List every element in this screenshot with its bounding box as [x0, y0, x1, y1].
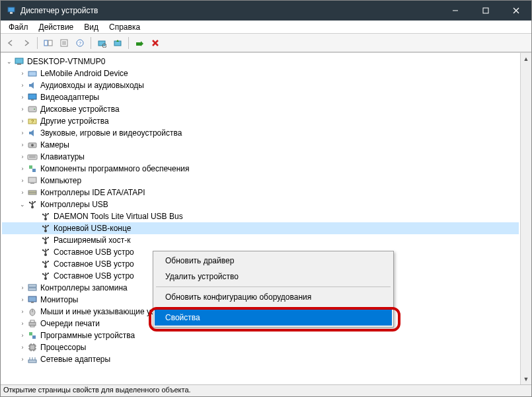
- expander-icon[interactable]: ›: [18, 81, 27, 90]
- menubar: Файл Действие Вид Справка: [1, 21, 531, 34]
- expander-icon[interactable]: ›: [18, 93, 27, 102]
- toolbar-enable-button[interactable]: [132, 36, 147, 50]
- svg-rect-22: [28, 71, 36, 76]
- menu-help[interactable]: Справка: [104, 21, 145, 33]
- expander-icon[interactable]: ›: [18, 152, 27, 161]
- expander-icon[interactable]: ›: [18, 105, 27, 114]
- close-button[interactable]: [501, 1, 531, 21]
- tree-label: DAEMON Tools Lite Virtual USB Bus: [54, 212, 183, 221]
- expander-icon[interactable]: [31, 224, 40, 233]
- expander-icon[interactable]: [31, 247, 40, 257]
- expander-icon[interactable]: ›: [18, 295, 27, 304]
- tree-category[interactable]: ›Звуковые, игровые и видеоустройства: [2, 127, 519, 139]
- expander-icon[interactable]: ›: [18, 283, 27, 292]
- tree-category[interactable]: ›Процессоры: [2, 341, 519, 353]
- camera-icon: [27, 140, 38, 150]
- svg-rect-24: [31, 99, 34, 101]
- monitor-icon: [27, 294, 38, 305]
- tree-category[interactable]: ›Контроллеры IDE ATA/ATAPI: [2, 187, 519, 198]
- menu-view[interactable]: Вид: [79, 21, 104, 33]
- svg-point-62: [42, 238, 44, 239]
- tree-category[interactable]: ›Камеры: [2, 139, 519, 151]
- tree-category[interactable]: ›?Другие устройства: [2, 115, 519, 127]
- minimize-button[interactable]: [440, 1, 471, 21]
- tree-category[interactable]: ›Видеоадаптеры: [2, 91, 519, 103]
- svg-point-50: [42, 214, 44, 215]
- expander-icon[interactable]: ⌄: [5, 57, 14, 66]
- toolbar-scan-hardware-button[interactable]: [95, 36, 109, 50]
- expander-icon[interactable]: ›: [18, 188, 27, 197]
- toolbar-help-button[interactable]: ?: [73, 36, 87, 50]
- tree-device[interactable]: DAEMON Tools Lite Virtual USB Bus: [2, 210, 519, 222]
- expander-icon[interactable]: ›: [18, 69, 27, 78]
- tree-label: Расширяемый хост-к: [54, 236, 131, 245]
- scroll-down-arrow[interactable]: ▼: [521, 373, 532, 384]
- toolbar-show-hide-console-button[interactable]: [41, 36, 56, 50]
- tree-label: Компоненты программного обеспечения: [40, 164, 190, 173]
- svg-rect-63: [48, 237, 49, 238]
- network-icon: [27, 354, 38, 365]
- expander-icon[interactable]: ›: [18, 116, 27, 126]
- expander-icon[interactable]: ›: [18, 355, 27, 364]
- menu-action[interactable]: Действие: [34, 21, 79, 33]
- context-menu-item[interactable]: Обновить конфигурацию оборудования: [155, 289, 392, 305]
- window-title: Диспетчер устройств: [20, 6, 440, 15]
- tree-category[interactable]: ›Аудиовходы и аудиовыходы: [2, 79, 519, 91]
- toolbar-update-driver-button[interactable]: [110, 36, 125, 50]
- toolbar-uninstall-button[interactable]: [148, 36, 163, 50]
- expander-icon[interactable]: ›: [18, 128, 27, 138]
- audio-icon: [27, 128, 38, 138]
- scroll-up-arrow[interactable]: ▲: [521, 53, 532, 64]
- svg-point-68: [42, 249, 44, 251]
- tree-category[interactable]: ›Компоненты программного обеспечения: [2, 163, 519, 175]
- tree-category[interactable]: ›Компьютер: [2, 175, 519, 187]
- expander-icon[interactable]: ›: [18, 307, 27, 316]
- expander-icon[interactable]: ›: [18, 140, 27, 150]
- context-menu-item[interactable]: Обновить драйвер: [155, 253, 392, 269]
- expander-icon[interactable]: [31, 259, 40, 269]
- tree-category[interactable]: ›Сетевые адаптеры: [2, 353, 519, 365]
- tree-label: Очереди печати: [40, 319, 100, 328]
- expander-icon[interactable]: ›: [18, 331, 27, 340]
- tree-category[interactable]: ›LeMobile Android Device: [2, 67, 519, 79]
- tree-device[interactable]: Корневой USB-конце: [2, 222, 519, 234]
- svg-rect-1: [10, 12, 13, 14]
- toolbar-forward-button[interactable]: [19, 36, 34, 50]
- expander-icon[interactable]: [31, 212, 40, 221]
- svg-rect-37: [30, 183, 34, 184]
- expander-icon[interactable]: ›: [18, 319, 27, 328]
- tree-label: DESKTOP-VTNMUP0: [27, 57, 105, 66]
- tree-category[interactable]: ›Дисковые устройства: [2, 103, 519, 115]
- device-tree[interactable]: ⌄DESKTOP-VTNMUP0›LeMobile Android Device…: [1, 53, 520, 384]
- expander-icon[interactable]: ⌄: [18, 200, 27, 209]
- context-menu-item[interactable]: Удалить устройство: [155, 269, 392, 285]
- toolbar-properties-button[interactable]: [57, 36, 71, 50]
- tree-label: Компьютер: [40, 176, 81, 185]
- expander-icon[interactable]: ›: [18, 176, 27, 185]
- svg-rect-25: [28, 107, 36, 112]
- expander-icon[interactable]: ›: [18, 343, 27, 352]
- vertical-scrollbar[interactable]: ▲ ▼: [520, 53, 531, 384]
- tree-panel: ⌄DESKTOP-VTNMUP0›LeMobile Android Device…: [1, 52, 531, 384]
- svg-rect-17: [136, 42, 141, 46]
- svg-rect-92: [32, 335, 36, 339]
- svg-rect-34: [29, 165, 32, 169]
- tree-category[interactable]: ›Программные устройства: [2, 330, 519, 341]
- usb-icon: [40, 259, 51, 269]
- tree-category[interactable]: ›Клавиатуры: [2, 151, 519, 163]
- maximize-button[interactable]: [471, 1, 501, 21]
- context-menu-item[interactable]: Свойства: [155, 310, 392, 326]
- expander-icon[interactable]: ›: [18, 164, 27, 173]
- menu-file[interactable]: Файл: [3, 21, 34, 33]
- usb-icon: [27, 199, 38, 210]
- toolbar-back-button[interactable]: [3, 36, 18, 50]
- keyboard-icon: [27, 152, 38, 162]
- svg-rect-45: [34, 201, 36, 202]
- tree-category[interactable]: ⌄Контроллеры USB: [2, 198, 519, 210]
- tree-device[interactable]: Расширяемый хост-к: [2, 234, 519, 246]
- expander-icon[interactable]: [31, 236, 40, 245]
- usb-icon: [40, 271, 51, 281]
- expander-icon[interactable]: [31, 271, 40, 281]
- tree-root[interactable]: ⌄DESKTOP-VTNMUP0: [2, 56, 519, 67]
- svg-rect-91: [29, 332, 32, 335]
